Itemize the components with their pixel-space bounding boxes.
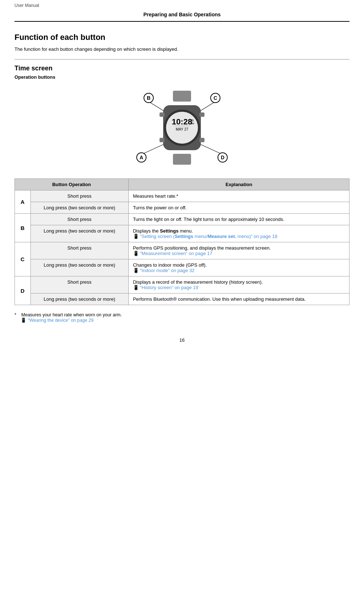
operation-buttons-label: Operation buttons (15, 74, 349, 80)
press-type-D1: Short press (30, 276, 128, 293)
svg-text:C: C (214, 95, 217, 101)
link-B2[interactable]: 📱 “Setting screen (Settings menu/Measure… (133, 234, 277, 239)
manual-label: User Manual (15, 3, 39, 8)
press-type-C1: Short press (30, 242, 128, 259)
table-row: Long press (two seconds or more) Perform… (15, 293, 349, 305)
svg-text:39: 39 (190, 119, 194, 122)
press-type-D2: Long press (two seconds or more) (30, 293, 128, 305)
link-D1[interactable]: 📱 “History screen” on page 19 (133, 285, 198, 290)
table-row: D Short press Displays a record of the m… (15, 276, 349, 293)
svg-rect-11 (199, 112, 204, 117)
svg-text:A: A (140, 155, 143, 160)
press-type-C2: Long press (two seconds or more) (30, 259, 128, 276)
link-C2[interactable]: 📱 “Indoor mode” on page 32 (133, 268, 195, 273)
table-row: Long press (two seconds or more) Turns t… (15, 202, 349, 214)
press-type-A1: Short press (30, 190, 128, 202)
footnote-asterisk: * (15, 312, 20, 317)
footnote-text: Measures your heart rate when worn on yo… (21, 312, 122, 317)
button-label-C: C (15, 242, 31, 276)
table-row: Long press (two seconds or more) Changes… (15, 259, 349, 276)
explanation-B1: Turns the light on or off. The light tur… (128, 214, 349, 225)
svg-rect-5 (173, 154, 191, 165)
explanation-A2: Turns the power on or off. (128, 202, 349, 214)
page-content: Function of each button The function for… (0, 22, 364, 365)
button-label-B: B (15, 214, 31, 242)
svg-rect-4 (173, 91, 191, 102)
explanation-C2: Changes to indoor mode (GPS off). 📱 “Ind… (128, 259, 349, 276)
svg-text:B: B (147, 95, 150, 101)
table-row: C Short press Performs GPS positioning, … (15, 242, 349, 259)
button-label-D: D (15, 276, 31, 305)
footnote-link[interactable]: 📱 “Wearing the device” on page 29 (21, 318, 94, 323)
page-title: Preparing and Basic Operations (143, 12, 220, 17)
svg-rect-12 (199, 138, 204, 142)
page-title-bar: Preparing and Basic Operations (15, 9, 349, 22)
section-title: Function of each button (15, 33, 349, 42)
link-C1[interactable]: 📱 “Measurement screen” on page 17 (133, 251, 212, 256)
table-row: B Short press Turns the light on or off.… (15, 214, 349, 225)
explanation-B2: Displays the Settings menu. 📱 “Setting s… (128, 225, 349, 242)
explanation-A1: Measures heart rate.* (128, 190, 349, 202)
explanation-D1: Displays a record of the measurement his… (128, 276, 349, 293)
col1-header: Button Operation (15, 179, 129, 190)
button-label-A: A (15, 190, 31, 214)
svg-text:AM: AM (190, 122, 194, 125)
svg-text:D: D (221, 155, 224, 160)
col2-header: Explanation (128, 179, 349, 190)
explanation-D2: Performs Bluetooth® communication. Use t… (128, 293, 349, 305)
press-type-B2: Long press (two seconds or more) (30, 225, 128, 242)
table-row: Long press (two seconds or more) Display… (15, 225, 349, 242)
svg-rect-9 (160, 112, 165, 117)
svg-text:MAY 27: MAY 27 (176, 127, 189, 131)
svg-text:10:28: 10:28 (172, 117, 192, 126)
section-intro: The function for each button changes dep… (15, 46, 349, 52)
explanation-C1: Performs GPS positioning, and displays t… (128, 242, 349, 259)
press-type-A2: Long press (two seconds or more) (30, 202, 128, 214)
section-rule (15, 59, 349, 59)
watch-diagram-svg: 10:28 39 AM MAY 27 B C A D (109, 84, 255, 171)
subsection-title: Time screen (15, 65, 349, 72)
press-type-B1: Short press (30, 214, 128, 225)
page-header: User Manual (0, 0, 364, 9)
page-number: 16 (15, 337, 349, 350)
svg-rect-10 (160, 138, 165, 142)
table-row: A Short press Measures heart rate.* (15, 190, 349, 202)
footnote: * Measures your heart rate when worn on … (15, 312, 349, 323)
button-table: Button Operation Explanation A Short pre… (15, 178, 349, 305)
watch-diagram-container: 10:28 39 AM MAY 27 B C A D (109, 84, 255, 171)
